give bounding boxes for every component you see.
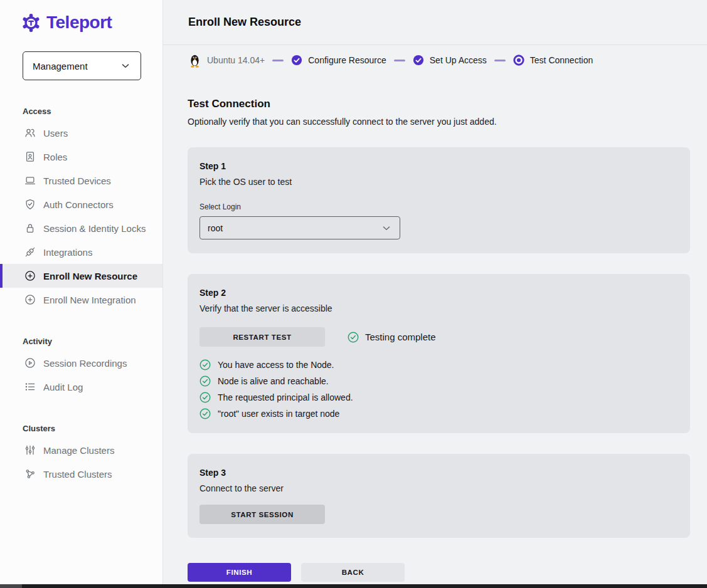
success-check-icon xyxy=(199,375,211,387)
sidebar-item-label: Integrations xyxy=(43,247,92,258)
sidebar-item-label: Trusted Devices xyxy=(43,176,111,186)
laptop-icon xyxy=(24,174,36,187)
sidebar-item-integrations[interactable]: Integrations xyxy=(0,240,162,264)
network-icon xyxy=(24,468,36,480)
check-item: You have access to the Node. xyxy=(199,359,678,370)
list-icon xyxy=(24,381,36,393)
page-header: Enroll New Resource xyxy=(163,0,707,45)
sidebar-item-enroll-new-integration[interactable]: Enroll New Integration xyxy=(0,288,162,312)
step3-card: Step 3 Connect to the server START SESSI… xyxy=(188,454,690,538)
plus-circle-icon xyxy=(24,293,36,306)
sidebar-item-label: Session & Identity Locks xyxy=(43,223,146,234)
stepper-step-label: Test Connection xyxy=(530,55,593,65)
step2-title: Step 2 xyxy=(199,288,678,298)
section-title: Test Connection xyxy=(188,98,690,110)
sidebar-section-activity: Activity xyxy=(23,337,162,346)
step3-title: Step 3 xyxy=(199,468,678,478)
sidebar-item-users[interactable]: Users xyxy=(0,121,162,145)
workspace-selector-value: Management xyxy=(33,61,88,71)
teleport-app-window: Teleport Management Access Users xyxy=(0,0,707,588)
sidebar-item-label: Enroll New Resource xyxy=(43,271,137,281)
finish-button[interactable]: FINISH xyxy=(188,563,291,582)
id-card-icon xyxy=(24,150,36,163)
chevron-down-icon xyxy=(120,60,131,71)
check-item: The requested principal is allowed. xyxy=(199,392,678,403)
check-item-label: Node is alive and reachable. xyxy=(218,376,329,386)
start-session-button[interactable]: START SESSION xyxy=(199,505,325,524)
stepper-connector xyxy=(272,60,284,61)
back-button[interactable]: BACK xyxy=(301,563,405,582)
sidebar-item-manage-clusters[interactable]: Manage Clusters xyxy=(0,438,162,462)
stepper-step-test-connection: Test Connection xyxy=(513,55,593,66)
step1-description: Pick the OS user to test xyxy=(199,177,678,187)
stepper-step-configure-resource: Configure Resource xyxy=(291,55,386,66)
stepper-step-label: Set Up Access xyxy=(430,55,487,65)
page-title: Enroll New Resource xyxy=(188,16,301,29)
sliders-icon xyxy=(24,444,36,456)
sidebar-item-label: Session Recordings xyxy=(43,358,127,369)
check-item: Node is alive and reachable. xyxy=(199,375,678,387)
select-login-label: Select Login xyxy=(199,202,678,211)
step-done-check-icon xyxy=(291,55,302,66)
login-select[interactable]: root xyxy=(199,216,400,239)
stepper-resource-label: Ubuntu 14.04+ xyxy=(207,55,265,65)
sidebar-item-label: Roles xyxy=(43,152,67,162)
window-bottom-corner xyxy=(0,584,22,588)
chevron-down-icon xyxy=(381,223,392,234)
success-check-icon xyxy=(199,408,211,419)
sidebar-item-session-identity-locks[interactable]: Session & Identity Locks xyxy=(0,216,162,240)
sidebar-item-enroll-new-resource[interactable]: Enroll New Resource xyxy=(0,264,162,288)
stepper-connector xyxy=(494,60,506,61)
sidebar-item-label: Auth Connectors xyxy=(43,199,114,210)
stepper-resource: Ubuntu 14.04+ xyxy=(188,53,265,68)
sidebar-item-label: Trusted Clusters xyxy=(43,469,112,480)
lock-icon xyxy=(24,222,36,234)
success-check-icon xyxy=(199,392,211,403)
teleport-gear-icon xyxy=(21,13,41,33)
sidebar-item-audit-log[interactable]: Audit Log xyxy=(0,375,162,399)
success-check-icon xyxy=(348,332,359,343)
testing-status: Testing complete xyxy=(348,332,436,343)
sidebar: Teleport Management Access Users xyxy=(0,0,163,584)
plus-circle-icon xyxy=(24,270,36,282)
sidebar-section-access: Access xyxy=(23,107,162,116)
test-checks-list: You have access to the Node. Node is ali… xyxy=(199,359,678,419)
sidebar-item-label: Manage Clusters xyxy=(43,445,114,456)
users-icon xyxy=(24,127,36,139)
play-circle-icon xyxy=(24,357,36,369)
sidebar-item-label: Audit Log xyxy=(43,382,83,392)
workspace-selector[interactable]: Management xyxy=(23,51,141,80)
teleport-logo: Teleport xyxy=(21,13,162,33)
step1-card: Step 1 Pick the OS user to test Select L… xyxy=(188,147,690,253)
step1-title: Step 1 xyxy=(199,161,678,171)
wizard-footer: FINISH BACK xyxy=(188,563,690,582)
sidebar-item-session-recordings[interactable]: Session Recordings xyxy=(0,351,162,375)
stepper-step-set-up-access: Set Up Access xyxy=(413,55,487,66)
sidebar-item-auth-connectors[interactable]: Auth Connectors xyxy=(0,192,162,216)
check-item-label: The requested principal is allowed. xyxy=(218,392,353,402)
stepper-connector xyxy=(394,60,405,61)
plug-icon xyxy=(24,246,36,258)
step2-description: Verify that the server is accessible xyxy=(199,303,678,313)
stepper-step-label: Configure Resource xyxy=(308,55,386,65)
check-item-label: "root" user exists in target node xyxy=(218,409,339,419)
step-active-radio-icon xyxy=(513,55,524,66)
check-item: "root" user exists in target node xyxy=(199,408,678,419)
content: Test Connection Optionally verify that y… xyxy=(163,75,707,584)
check-item-label: You have access to the Node. xyxy=(218,360,334,370)
sidebar-item-label: Users xyxy=(43,128,68,139)
step3-description: Connect to the server xyxy=(199,483,678,493)
main-area: Enroll New Resource Ubuntu 14.04+ xyxy=(163,0,707,584)
sidebar-item-trusted-devices[interactable]: Trusted Devices xyxy=(0,169,162,192)
login-select-value: root xyxy=(208,223,223,233)
step2-card: Step 2 Verify that the server is accessi… xyxy=(188,274,690,433)
sidebar-item-trusted-clusters[interactable]: Trusted Clusters xyxy=(0,462,162,486)
logo-wordmark: Teleport xyxy=(46,13,112,33)
window-bottom-edge xyxy=(0,584,707,588)
linux-penguin-icon xyxy=(188,53,201,68)
sidebar-section-clusters: Clusters xyxy=(23,424,162,433)
step-done-check-icon xyxy=(413,55,424,66)
shield-check-icon xyxy=(24,198,36,211)
restart-test-button[interactable]: RESTART TEST xyxy=(199,327,325,347)
sidebar-item-roles[interactable]: Roles xyxy=(0,145,162,169)
